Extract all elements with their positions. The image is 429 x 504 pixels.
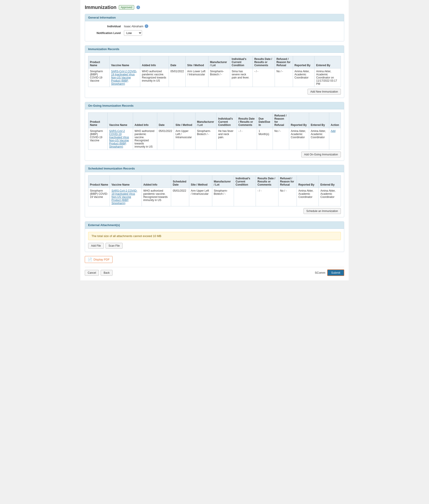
scheduled-records-body: Product Name Vaccine Name Added Info Sch… bbox=[85, 172, 344, 217]
cell-results-date: - / - bbox=[252, 68, 275, 87]
add-action-button[interactable]: Add bbox=[331, 130, 336, 133]
cell-manufacturer-lot: Sinopharm-Biotech / - bbox=[212, 188, 234, 206]
scheduled-records-section: Scheduled Immunization Records Product N… bbox=[85, 165, 344, 217]
notification-level-row: Notification Level Low Medium High bbox=[88, 30, 341, 36]
cell-manufacturer-lot: Sinopharm-Biotech / - bbox=[195, 128, 216, 150]
cell-reported-by: Amina Akter, Academic Coordinator bbox=[293, 68, 314, 87]
general-info-section: General Information Individual Isaac Abr… bbox=[85, 14, 344, 41]
individual-row: Individual Isaac Abraham i bbox=[88, 24, 341, 28]
cell-results-date: - / - bbox=[237, 128, 257, 150]
scan-file-button[interactable]: Scan File bbox=[106, 243, 123, 249]
external-attachments-section: External Attachment(s) The total size of… bbox=[85, 221, 344, 252]
col-vaccine-name: Vaccine Name bbox=[107, 113, 133, 128]
notification-level-select[interactable]: Low Medium High bbox=[124, 30, 142, 36]
scheduled-records-table: Product Name Vaccine Name Added Info Sch… bbox=[88, 175, 341, 206]
cell-site-method: Arm Upper Left / Intramuscular bbox=[174, 128, 195, 150]
col-scheduled-date: Scheduled Date bbox=[171, 176, 189, 188]
page-footer: Cancel Back SComm Submit bbox=[85, 267, 344, 276]
submit-button[interactable]: Submit bbox=[327, 269, 344, 276]
cell-added-info: WHO authorized pandemic vaccine. Recogni… bbox=[133, 128, 157, 150]
col-current-condition: Individual's Current Condition bbox=[216, 113, 237, 128]
general-info-body: Individual Isaac Abraham i Notification … bbox=[85, 21, 344, 41]
cell-site-method: Arm Upper Left / Intramuscular bbox=[189, 188, 212, 206]
immunization-records-body: Product Name Vaccine Name Added Info Dat… bbox=[85, 53, 344, 98]
col-date: Date bbox=[157, 113, 174, 128]
col-product-name: Product Name bbox=[88, 176, 110, 188]
cell-vaccine-name[interactable]: SARS-CoV-2 COVID-19 Inactivated Virus No… bbox=[109, 68, 140, 87]
col-product-name: Product Name bbox=[88, 56, 110, 68]
schedule-immunization-button[interactable]: Schedule an Immunization bbox=[304, 208, 341, 214]
page-title: Immunization bbox=[85, 4, 116, 10]
footer-left: Cancel Back bbox=[85, 270, 113, 276]
col-vaccine-name: Vaccine Name bbox=[109, 56, 140, 68]
attachment-warning: The total size of all attachments cannot… bbox=[88, 232, 341, 240]
individual-value: Isaac Abraham i bbox=[124, 24, 148, 28]
col-reported-by: Reported By bbox=[293, 56, 314, 68]
col-added-info: Added Info bbox=[133, 113, 157, 128]
ongoing-records-body: Product Name Vaccine Name Added Info Dat… bbox=[85, 109, 344, 160]
cell-site-method: Arm Lower Left / Intramuscular bbox=[186, 68, 208, 87]
col-current-condition: Individual's Current Condition bbox=[230, 56, 252, 68]
add-file-button[interactable]: Add File bbox=[88, 243, 104, 249]
cell-due-date: 1 Month(s) bbox=[257, 128, 273, 150]
cell-date: 05/01/2022 bbox=[169, 68, 186, 87]
col-added-info: Added Info bbox=[142, 176, 171, 188]
cell-current-condition: Sima has severe neck pain and fever. bbox=[230, 68, 252, 87]
col-entered-by: Entered By bbox=[314, 56, 341, 68]
individual-label: Individual bbox=[88, 25, 124, 28]
add-new-immunization-button[interactable]: Add New Immunization bbox=[308, 89, 341, 95]
cell-refused-reason: No / - bbox=[275, 68, 293, 87]
cell-product-name: Sinopharm (BIBP) COVID-19 Vaccine bbox=[88, 68, 110, 87]
col-entered-by: Entered By bbox=[309, 113, 329, 128]
col-results-date: Results Date / Results or Comments bbox=[237, 113, 257, 128]
pdf-icon: 📄 bbox=[88, 257, 92, 262]
scomm-label: SComm bbox=[315, 271, 325, 274]
cell-vaccine-name[interactable]: SARS-CoV-2 COVID-19 Inactivated Virus No… bbox=[107, 128, 133, 150]
display-pdf-label: Display PDF bbox=[93, 258, 110, 261]
cell-date: 05/01/2022 bbox=[157, 128, 174, 150]
col-site-method: Site / Method bbox=[189, 176, 212, 188]
col-reported-by: Reported By bbox=[289, 113, 309, 128]
add-ongoing-immunization-button[interactable]: Add On-Going Immunization bbox=[301, 152, 341, 157]
cell-current-condition bbox=[234, 188, 256, 206]
col-entered-by: Entered By bbox=[319, 176, 341, 188]
col-due-date: Due Date/Due In bbox=[257, 113, 273, 128]
ongoing-records-header-row: Product Name Vaccine Name Added Info Dat… bbox=[88, 113, 341, 128]
display-pdf-button[interactable]: 📄 Display PDF bbox=[85, 256, 113, 263]
ongoing-records-header: On-Going Immunization Records bbox=[85, 102, 344, 109]
ongoing-records-section: On-Going Immunization Records Product Na… bbox=[85, 102, 344, 161]
footer-right: SComm Submit bbox=[315, 269, 344, 276]
external-attachments-body: The total size of all attachments cannot… bbox=[85, 229, 344, 252]
status-info-icon[interactable]: i bbox=[136, 6, 140, 9]
col-results-date: Results Date / Results or Comments bbox=[256, 176, 278, 188]
back-button[interactable]: Back bbox=[101, 270, 113, 276]
cell-refused-reason: No / - bbox=[278, 188, 297, 206]
col-current-condition: Individual's Current Condition bbox=[234, 176, 256, 188]
cell-added-info: WHO authorized pandemic vaccine. Recogni… bbox=[140, 68, 169, 87]
col-product-name: Product Name bbox=[88, 113, 107, 128]
cell-reported-by: Amina Akter, Academic Coordinator bbox=[297, 188, 319, 206]
ongoing-records-footer: Add On-Going Immunization bbox=[88, 150, 341, 157]
col-results-date: Results Date / Results or Comments bbox=[252, 56, 275, 68]
cell-entered-by: Amina Akter, Academic Coordinator on 11/… bbox=[314, 68, 341, 87]
col-vaccine-name: Vaccine Name bbox=[110, 176, 142, 188]
cell-entered-by: Amina Akter, Academic Coordinator bbox=[309, 128, 329, 150]
cell-added-info: WHO authorized pandemic vaccine. Recogni… bbox=[142, 188, 171, 206]
cancel-button[interactable]: Cancel bbox=[85, 270, 99, 276]
cell-vaccine-name[interactable]: SARS-CoV-2 COVID-19 Inactivated Virus No… bbox=[110, 188, 142, 206]
cell-results-date: - / - bbox=[256, 188, 278, 206]
col-added-info: Added Info bbox=[140, 56, 169, 68]
external-attachments-header: External Attachment(s) bbox=[85, 221, 344, 229]
col-action: Action bbox=[329, 113, 341, 128]
cell-action[interactable]: Add bbox=[329, 128, 341, 150]
col-date: Date bbox=[169, 56, 186, 68]
immunization-records-section: Immunization Records Product Name Vaccin… bbox=[85, 45, 344, 98]
col-refused-reason: Refused / Reason for Refusal bbox=[275, 56, 293, 68]
scheduled-records-header-row: Product Name Vaccine Name Added Info Sch… bbox=[88, 176, 341, 188]
cell-entered-by: Amina Akter, Academic Coordinator bbox=[319, 188, 341, 206]
col-manufacturer-lot: Manufacturer / Lot bbox=[208, 56, 230, 68]
table-row: Sinopharm (BIBP) COVID-19 Vaccine SARS-C… bbox=[88, 188, 341, 206]
notification-level-label: Notification Level bbox=[88, 31, 124, 35]
col-site-method: Site / Method bbox=[174, 113, 195, 128]
individual-info-icon[interactable]: i bbox=[145, 24, 148, 28]
